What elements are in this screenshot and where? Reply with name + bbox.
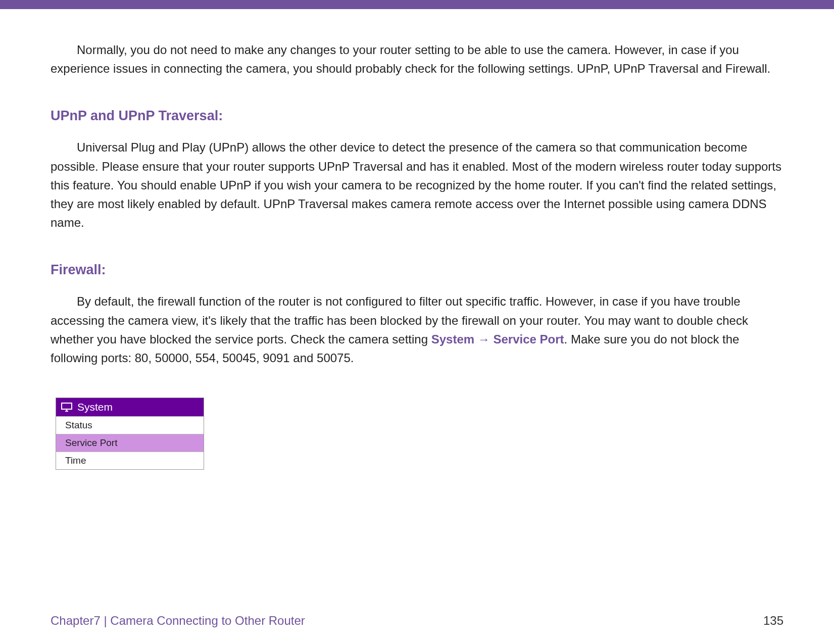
footer-chapter: Chapter7 | Camera Connecting to Other Ro… [51,614,305,628]
body-upnp: Universal Plug and Play (UPnP) allows th… [51,138,783,232]
menu-item-status[interactable]: Status [56,416,204,434]
link-system: System [431,332,474,346]
body-firewall: By default, the firewall function of the… [51,292,783,367]
menu-header-system[interactable]: System [56,398,204,416]
menu-header-label: System [77,401,113,413]
menu-item-service-port[interactable]: Service Port [56,434,204,452]
heading-firewall: Firewall: [51,262,783,278]
system-menu: System Status Service Port Time [56,398,204,470]
link-service-port: Service Port [493,332,564,346]
monitor-icon [61,403,72,412]
intro-paragraph: Normally, you do not need to make any ch… [51,40,783,78]
svg-rect-0 [62,403,72,409]
arrow-icon: → [474,332,493,346]
top-accent-bar [0,0,834,9]
menu-item-time[interactable]: Time [56,452,204,469]
heading-upnp: UPnP and UPnP Traversal: [51,108,783,124]
footer-page-number: 135 [763,614,783,628]
page-content: Normally, you do not need to make any ch… [0,9,834,644]
page-footer: Chapter7 | Camera Connecting to Other Ro… [51,614,783,628]
